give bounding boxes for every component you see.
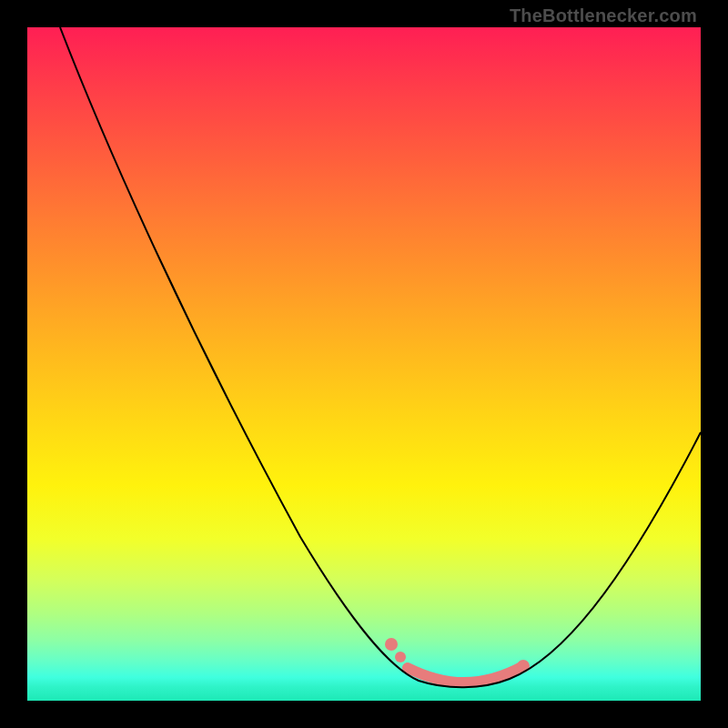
bottleneck-curve bbox=[60, 27, 701, 687]
plot-area bbox=[27, 27, 701, 701]
chart-svg bbox=[27, 27, 701, 701]
optimal-range-highlight bbox=[385, 638, 530, 682]
highlight-dot-2 bbox=[395, 652, 406, 662]
chart-frame: TheBottlenecker.com bbox=[0, 0, 728, 728]
watermark-text: TheBottlenecker.com bbox=[510, 5, 697, 26]
highlight-dot-start bbox=[385, 638, 398, 651]
